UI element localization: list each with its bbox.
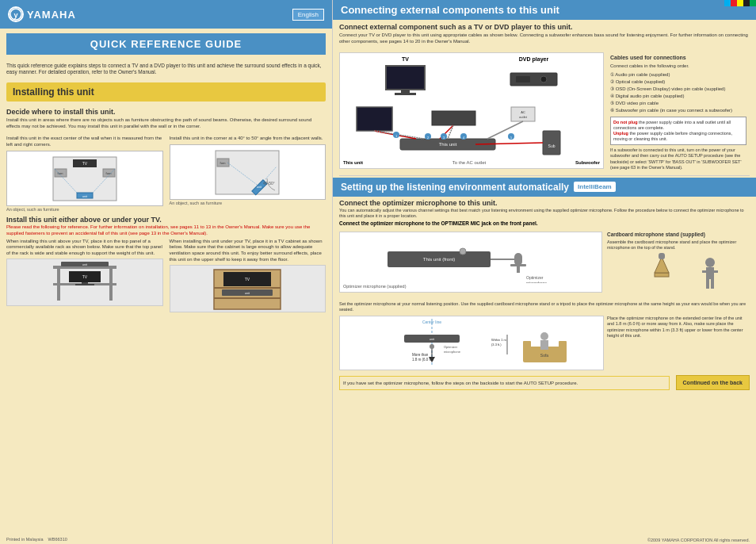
continued-label: Continued on the back <box>683 380 743 385</box>
svg-text:AC: AC <box>521 110 525 114</box>
svg-text:Optimizer: Optimizer <box>526 275 544 280</box>
tv-label: TV <box>384 56 427 62</box>
cable-5: ⑤ DVD video pin cable <box>610 100 746 107</box>
auto-setup-row: If you have set the optimizer microphone… <box>339 375 750 390</box>
unit-sub-labels: This unit To the AC outlet Subwoofer <box>343 160 600 165</box>
yamaha-text: YAMAHA <box>27 9 76 21</box>
svg-rect-39 <box>401 90 410 93</box>
svg-rect-99 <box>523 341 531 349</box>
svg-rect-83 <box>702 270 708 273</box>
svg-rect-80 <box>659 253 665 259</box>
svg-rect-82 <box>706 267 714 279</box>
svg-point-93 <box>430 344 434 349</box>
install-right-label: Install this unit in the corner at a 40°… <box>170 136 323 142</box>
mic-connection-diagram: This unit (front) Optimizer microphone O… <box>339 232 602 293</box>
cable-connections: This unit Sub AC outlet <box>343 103 600 159</box>
intellibeam-badge: IntelliBeam <box>574 182 616 192</box>
svg-rect-74 <box>510 264 526 266</box>
catalog-number: WB66310 <box>48 537 67 542</box>
svg-rect-42 <box>516 76 530 82</box>
yellow-mark <box>737 0 743 6</box>
install-above-text: When installing this unit above your TV,… <box>6 239 162 256</box>
svg-text:furn: furn <box>105 171 111 175</box>
intro-text: This quick reference guide explains step… <box>6 63 326 76</box>
svg-point-71 <box>460 248 466 255</box>
left-footer: Printed in Malaysia WB66310 <box>6 537 67 542</box>
cable-3: ③ OSD (On-Screen Display) video pin cabl… <box>610 86 746 93</box>
cardboard-stand-info: Cardboard microphone stand (supplied) As… <box>607 232 750 298</box>
connect-header: Connecting external components to this u… <box>333 0 756 20</box>
svg-rect-86 <box>711 279 714 289</box>
install-center-diagram: furn furn unit TV <box>6 151 163 206</box>
continued-box: Continued on the back <box>676 375 750 390</box>
svg-rect-84 <box>712 270 718 273</box>
cables-intro: Connect cables in the following order. <box>610 63 746 69</box>
cable-6: ⑥ Subwoofer pin cable (in case you conne… <box>610 107 746 114</box>
svg-rect-38 <box>386 66 425 90</box>
svg-text:unit: unit <box>245 291 250 295</box>
quick-ref-title: QUICK REFERENCE GUIDE <box>11 38 321 50</box>
svg-text:TV: TV <box>245 277 250 282</box>
installing-section-header: Installing this unit <box>6 82 326 102</box>
svg-point-102 <box>540 332 548 340</box>
cables-list: Cables used for connections Connect cabl… <box>607 52 750 172</box>
install-center-col: Install this unit in the exact center of… <box>6 136 163 212</box>
install-under-col: When installing this unit under your TV,… <box>170 239 326 312</box>
svg-text:This unit (front): This unit (front) <box>423 257 455 262</box>
auto-setup-text: If you have set the optimizer microphone… <box>343 381 578 385</box>
quick-ref-box: QUICK REFERENCE GUIDE <box>6 33 326 55</box>
magenta-mark <box>731 0 737 6</box>
svg-rect-34 <box>214 287 281 289</box>
svg-text:y: y <box>13 11 17 19</box>
svg-rect-44 <box>357 107 392 131</box>
this-unit-label: This unit <box>343 160 363 165</box>
subwoofer-note: If a subwoofer is connected to this unit… <box>610 147 746 170</box>
cardboard-stand-title: Cardboard microphone stand (supplied) <box>607 232 750 238</box>
svg-rect-100 <box>559 341 567 349</box>
left-panel: y YAMAHA English QUICK REFERENCE GUIDE T… <box>0 0 333 544</box>
svg-text:unit: unit <box>82 194 88 198</box>
connections-diagram-area: TV DVD player <box>339 52 750 172</box>
svg-text:TV: TV <box>82 274 88 279</box>
install-above-title: Install this unit either above or under … <box>6 216 326 224</box>
svg-text:1.8 m (6.0 ft.): 1.8 m (6.0 ft.) <box>412 358 433 362</box>
dvd-label: DVD player <box>508 56 559 62</box>
cables-title: Cables used for connections <box>610 54 746 62</box>
cable-1: ① Audio pin cable (supplied) <box>610 71 746 79</box>
svg-text:outlet: outlet <box>519 115 528 119</box>
warning-box: Do not plug the power supply cable into … <box>610 117 746 146</box>
svg-rect-50 <box>511 107 535 121</box>
color-bar <box>724 0 756 6</box>
cable-4: ④ Digital audio pin cable (supplied) <box>610 93 746 100</box>
svg-text:This unit: This unit <box>439 142 457 147</box>
svg-text:Sofa: Sofa <box>540 353 549 358</box>
language-label: English <box>292 9 324 21</box>
green-mark <box>750 0 756 6</box>
svg-text:unit: unit <box>430 337 435 341</box>
copyright-text: ©2009 YAMAHA CORPORATION All rights rese… <box>647 538 750 542</box>
svg-text:Sub: Sub <box>548 144 556 148</box>
install-note: Please read the following for reference.… <box>6 224 326 237</box>
cardboard-stand-text: Assemble the cardboard microphone stand … <box>607 239 750 251</box>
main-connection-diagram: TV DVD player <box>339 52 604 169</box>
connect-section: Connect external component such as a TV … <box>333 20 756 51</box>
install-under-text: When installing this unit under your TV,… <box>170 239 323 262</box>
tv-col: TV <box>384 56 427 100</box>
svg-point-81 <box>705 258 715 267</box>
svg-rect-29 <box>75 284 94 285</box>
optimizer-mic-label: Optimizer microphone (supplied) <box>343 284 598 289</box>
svg-rect-85 <box>706 279 709 289</box>
svg-text:Optimizer: Optimizer <box>444 345 458 349</box>
listening-diagram: Center line unit Optimizer microphone Mo… <box>339 316 604 370</box>
svg-text:unit: unit <box>257 185 262 189</box>
right-footer: ©2009 YAMAHA CORPORATION All rights rese… <box>333 536 756 544</box>
install-corner-col: Install this unit in the corner at a 40°… <box>170 136 326 212</box>
cables-items: ① Audio pin cable (supplied) ② Optical c… <box>610 71 746 114</box>
decide-text: Install this unit in areas where there a… <box>6 117 326 130</box>
auto-setup-box: If you have set the optimizer microphone… <box>339 376 670 390</box>
optimizer-mic-instruction: Connect the optimizer microphone to the … <box>339 220 750 226</box>
svg-text:More than: More than <box>412 353 429 357</box>
listening-position-text: Set the optimizer microphone at your nor… <box>339 301 750 312</box>
install-right-furniture: An object, such as furniture <box>170 201 223 205</box>
decide-section: Decide where to install this unit. Insta… <box>6 108 326 132</box>
